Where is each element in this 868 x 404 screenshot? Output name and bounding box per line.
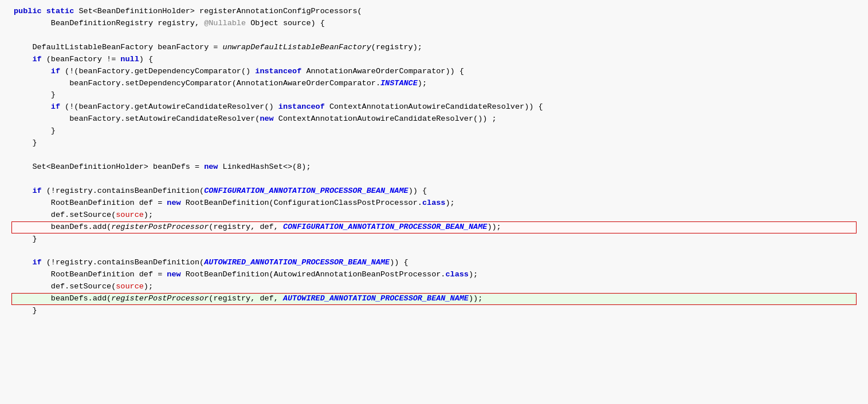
- code-line-l9: if (!(beanFactory.getAutowireCandidateRe…: [11, 101, 857, 113]
- code-blank-line: [11, 149, 857, 161]
- code-line-l17: RootBeanDefinition def = new RootBeanDef…: [11, 197, 857, 209]
- code-line-l25: beanDefs.add(registerPostProcessor(regis…: [11, 293, 857, 305]
- code-line-l8: }: [11, 89, 857, 101]
- code-line-l1: public static Set<BeanDefinitionHolder> …: [11, 6, 857, 18]
- code-line-l20: }: [11, 233, 857, 245]
- code-line-l19: beanDefs.add(registerPostProcessor(regis…: [11, 221, 857, 233]
- code-line-l5: if (beanFactory != null) {: [11, 54, 857, 66]
- code-editor: public static Set<BeanDefinitionHolder> …: [0, 0, 868, 328]
- code-line-l12: }: [11, 137, 857, 149]
- code-line-l6: if (!(beanFactory.getDependencyComparato…: [11, 66, 857, 78]
- code-blank-line: [11, 30, 857, 42]
- code-blank-line: [11, 245, 857, 257]
- code-line-l14: Set<BeanDefinitionHolder> beanDefs = new…: [11, 161, 857, 173]
- code-line-l10: beanFactory.setAutowireCandidateResolver…: [11, 113, 857, 125]
- code-line-l23: RootBeanDefinition def = new RootBeanDef…: [11, 269, 857, 281]
- code-line-l4: DefaultListableBeanFactory beanFactory =…: [11, 42, 857, 54]
- code-line-l16: if (!registry.containsBeanDefinition(CON…: [11, 185, 857, 197]
- code-blank-line: [11, 173, 857, 185]
- code-line-l26: }: [11, 305, 857, 317]
- code-line-l22: if (!registry.containsBeanDefinition(AUT…: [11, 257, 857, 269]
- code-line-l18: def.setSource(source);: [11, 209, 857, 221]
- code-line-l2: BeanDefinitionRegistry registry, @Nullab…: [11, 18, 857, 30]
- code-line-l11: }: [11, 125, 857, 137]
- code-line-l24: def.setSource(source);: [11, 281, 857, 293]
- code-line-l7: beanFactory.setDependencyComparator(Anno…: [11, 78, 857, 90]
